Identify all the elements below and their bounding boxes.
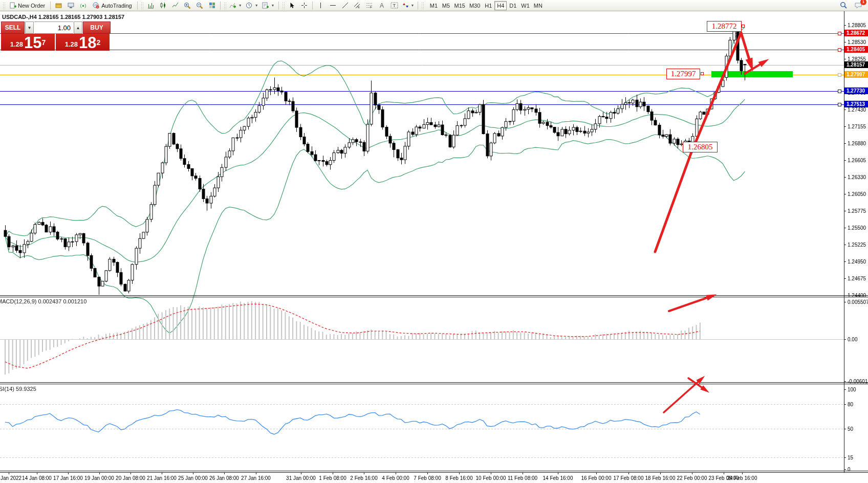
new-order-label: New Order: [18, 3, 45, 9]
price-callout[interactable]: 1.28772: [707, 21, 742, 32]
monitor-icon: [68, 2, 74, 9]
timeframe-button-MN[interactable]: MN: [532, 1, 545, 10]
fibonacci-tool-button[interactable]: F: [364, 1, 376, 11]
timeframe-button-M30[interactable]: M30: [467, 1, 482, 10]
market-watch-button[interactable]: [53, 1, 64, 11]
new-order-button[interactable]: New Order: [7, 1, 48, 11]
price-tag: 1.27730: [844, 87, 868, 94]
notifications-button[interactable]: 1: [853, 1, 864, 11]
notification-badge: 1: [860, 0, 866, 5]
chevron-down-icon: ▼: [271, 4, 275, 7]
timeframe-button-M5[interactable]: M5: [440, 1, 452, 10]
chevron-down-icon: ▼: [28, 26, 32, 30]
arrow-objects-icon: [402, 2, 409, 9]
news-button[interactable]: [77, 1, 89, 11]
cursor-icon: [289, 2, 295, 9]
arrows-tool-button[interactable]: ▼: [401, 1, 416, 11]
timeframe-button-W1[interactable]: W1: [519, 1, 532, 10]
timeframe-button-H1[interactable]: H1: [482, 1, 494, 10]
fibonacci-icon: F: [366, 2, 373, 9]
horizontal-line-tool-button[interactable]: [327, 1, 339, 11]
timeframe-button-M1[interactable]: M1: [427, 1, 440, 10]
svg-text:F: F: [370, 6, 372, 9]
text-label-icon: T: [390, 2, 398, 9]
svg-text:E: E: [358, 6, 360, 9]
toolbar-separator: [50, 2, 51, 10]
price-tag: 1.28405: [844, 46, 868, 53]
rsi-label: SI(14) 59.9325: [0, 386, 36, 392]
candlestick-chart-button[interactable]: [157, 1, 169, 11]
toolbar-grip[interactable]: [282, 2, 285, 9]
toolbar-grip[interactable]: [141, 2, 143, 9]
indicators-button[interactable]: ▼: [228, 1, 244, 11]
vertical-line-icon: [317, 2, 324, 9]
trendline-icon: [342, 2, 349, 9]
one-click-trading-panel: SELL ▼ ▲ BUY 1.28 15 7 1.28 18 2: [1, 21, 110, 51]
toolbar-grip[interactable]: [3, 2, 5, 9]
volume-decrease-button[interactable]: ▼: [25, 21, 34, 34]
zoom-in-button[interactable]: [182, 1, 193, 11]
search-button[interactable]: [838, 1, 850, 11]
vertical-line-tool-button[interactable]: [315, 1, 327, 11]
cursor-tool-button[interactable]: [286, 1, 298, 11]
price-callout[interactable]: 1.26805: [683, 142, 718, 152]
price-tag: 1.27513: [844, 101, 868, 107]
svg-text:T: T: [393, 3, 396, 8]
chevron-up-icon: ▲: [76, 26, 80, 30]
buy-button[interactable]: BUY: [83, 21, 111, 34]
chevron-down-icon: ▼: [255, 4, 258, 7]
chart-window: USDCAD-,H4 1.28165 1.28165 1.27903 1.281…: [0, 11, 868, 483]
text-tool-button[interactable]: A: [376, 1, 388, 11]
line-chart-button[interactable]: [169, 1, 181, 11]
zoom-in-icon: [184, 2, 191, 9]
chevron-down-icon: ▼: [238, 4, 242, 7]
equidistant-channel-icon: E: [354, 2, 361, 9]
toolbar-separator: [418, 2, 418, 10]
one-click-prices: 1.28 15 7 1.28 18 2: [1, 34, 110, 51]
text-icon: A: [380, 2, 384, 9]
volume-increase-button[interactable]: ▲: [74, 21, 82, 34]
autotrading-button[interactable]: AutoTrading: [90, 1, 135, 11]
sell-price-big: 15: [24, 36, 41, 50]
one-click-row: SELL ▼ ▲ BUY: [1, 21, 110, 34]
volume-input[interactable]: [34, 21, 73, 34]
toolbar-grip[interactable]: [224, 2, 226, 9]
timeframe-button-H4[interactable]: H4: [494, 1, 507, 10]
template-icon: [262, 2, 269, 9]
candlestick-icon: [160, 2, 166, 9]
toolbar-grip[interactable]: [421, 2, 424, 9]
buy-price-prefix: 1.28: [65, 39, 78, 50]
horizontal-line-icon: [330, 2, 336, 9]
clock-icon: [246, 2, 253, 9]
chart-canvas[interactable]: [0, 11, 868, 483]
tile-windows-icon: [209, 2, 215, 9]
templates-button[interactable]: ▼: [261, 1, 276, 11]
label-tool-button[interactable]: T: [388, 1, 400, 11]
sell-price-sup: 7: [42, 34, 46, 51]
zoom-out-icon: [196, 2, 203, 9]
tile-windows-button[interactable]: [206, 1, 218, 11]
chart-title: USDCAD-,H4 1.28165 1.28165 1.27903 1.281…: [2, 14, 124, 20]
toolbar: New Order AutoTrading: [0, 0, 868, 11]
timeframe-button-D1[interactable]: D1: [507, 1, 519, 10]
bar-chart-icon: [147, 2, 154, 9]
crosshair-icon: [301, 2, 308, 9]
buy-price[interactable]: 1.28 18 2: [56, 34, 110, 51]
toolbar-separator: [278, 2, 279, 10]
sell-price[interactable]: 1.28 15 7: [1, 34, 55, 51]
sell-button[interactable]: SELL: [1, 21, 25, 34]
channel-tool-button[interactable]: E: [352, 1, 363, 11]
terminal-button[interactable]: [65, 1, 77, 11]
periods-button[interactable]: ▼: [244, 1, 260, 11]
zoom-out-button[interactable]: [194, 1, 206, 11]
trendline-tool-button[interactable]: [339, 1, 351, 11]
crosshair-tool-button[interactable]: [298, 1, 310, 11]
price-tag: 1.28157: [844, 61, 868, 68]
price-callout[interactable]: 1.27997: [666, 69, 700, 79]
timeframe-button-M15[interactable]: M15: [452, 1, 467, 10]
bar-chart-button[interactable]: [145, 1, 157, 11]
toolbar-separator: [220, 2, 221, 10]
price-tag: 1.27997: [844, 71, 868, 78]
toolbar-separator: [312, 2, 313, 10]
buy-price-big: 18: [79, 36, 96, 50]
